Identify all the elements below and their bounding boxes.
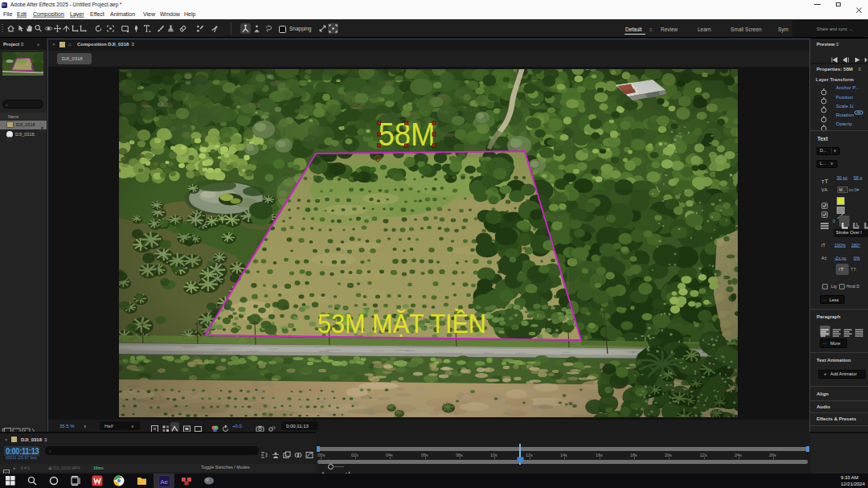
svg-text:ᴛT: ᴛT — [821, 178, 829, 185]
svg-text:53M MẶT TIỀN: 53M MẶT TIỀN — [317, 309, 486, 338]
svg-text:Ae: Ae — [160, 478, 168, 485]
